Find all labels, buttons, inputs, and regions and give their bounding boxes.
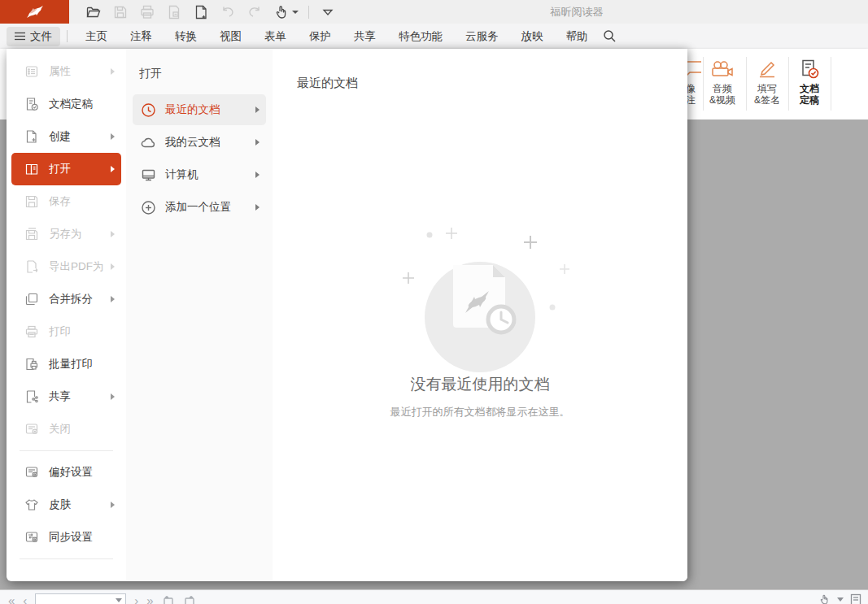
open-item-cloud-docs[interactable]: 我的云文档 <box>133 127 266 158</box>
open-item-add-place[interactable]: 添加一个位置 <box>133 192 266 223</box>
file-menu-item-save: 保存 <box>11 185 121 218</box>
cloud-icon <box>141 135 156 150</box>
menu-item-label: 批量打印 <box>49 357 115 372</box>
first-page-button[interactable]: « <box>8 594 15 604</box>
open-book-icon <box>24 162 39 176</box>
foxit-logo-icon <box>24 4 46 20</box>
hand-tool-icon[interactable] <box>818 593 831 604</box>
doc-share-icon <box>24 389 39 404</box>
hand-tool-icon[interactable] <box>268 2 303 23</box>
status-bar: « ‹ › » <box>0 589 868 604</box>
tab-comment[interactable]: 注释 <box>119 24 164 49</box>
chevron-right-icon <box>255 172 260 178</box>
file-menu-item-open[interactable]: 打开 <box>11 153 121 185</box>
tab-protect[interactable]: 保护 <box>298 24 342 49</box>
open-panel-header: 打开 <box>126 52 273 93</box>
ribbon-label: &视频 <box>709 94 735 106</box>
file-menu-item-preferences[interactable]: 偏好设置 <box>11 456 121 489</box>
ribbon-item-audio-video[interactable]: 音频 &视频 <box>701 55 744 106</box>
file-menu-item-skin[interactable]: 皮肤 <box>11 489 121 521</box>
ribbon-label: 文档 <box>800 83 819 94</box>
tab-share[interactable]: 共享 <box>342 24 387 49</box>
new-document-icon[interactable] <box>187 2 214 23</box>
printer-icon <box>24 324 39 339</box>
next-page-button[interactable]: › <box>134 594 138 604</box>
ribbon-item-fill-sign[interactable]: 填写 &签名 <box>746 55 788 106</box>
customize-toolbar-chevron-icon[interactable] <box>314 2 341 23</box>
ribbon-label: &签名 <box>754 94 780 106</box>
open-item-label: 最近的文档 <box>165 102 255 117</box>
chevron-right-icon <box>111 231 115 237</box>
tab-features[interactable]: 特色功能 <box>387 24 454 49</box>
doc-finalize-icon <box>799 55 820 83</box>
chevron-right-icon <box>111 393 115 400</box>
ribbon-label: 音频 <box>713 83 732 94</box>
menu-item-label: 共享 <box>49 389 111 404</box>
doc-export-icon <box>24 259 39 274</box>
file-menu-item-share[interactable]: 共享 <box>11 380 121 413</box>
chevron-right-icon <box>111 296 115 302</box>
empty-state-subtitle: 最近打开的所有文档都将显示在这里。 <box>273 405 687 419</box>
save-icon <box>107 2 133 23</box>
page-number-combobox[interactable] <box>35 593 126 604</box>
hamburger-icon <box>15 32 25 41</box>
tab-view[interactable]: 视图 <box>208 24 253 49</box>
search-icon[interactable] <box>603 29 617 43</box>
dropdown-caret-icon <box>292 11 299 14</box>
file-menu-item-create[interactable]: 创建 <box>11 120 121 153</box>
file-menu-button[interactable]: 文件 <box>7 27 60 46</box>
open-item-recent-docs[interactable]: 最近的文档 <box>133 94 266 125</box>
redo-icon <box>241 2 268 23</box>
copy-page-icon <box>160 2 187 23</box>
open-item-label: 计算机 <box>165 167 255 182</box>
last-page-button[interactable]: » <box>146 594 153 604</box>
file-menu-item-merge-split[interactable]: 合并拆分 <box>11 283 121 315</box>
ribbon-item-doc-finalize[interactable]: 文档 定稿 <box>788 55 831 106</box>
chevron-right-icon <box>255 139 260 146</box>
open-folder-icon[interactable] <box>80 2 107 23</box>
recent-panel-title: 最近的文档 <box>297 76 358 91</box>
menu-item-label: 关闭 <box>49 422 115 437</box>
menu-item-label: 偏好设置 <box>49 465 115 480</box>
doc-sync-icon <box>24 530 39 545</box>
prev-page-button[interactable]: ‹ <box>23 594 27 604</box>
tshirt-icon <box>24 498 39 512</box>
tab-convert[interactable]: 转换 <box>164 24 208 49</box>
chevron-right-icon <box>111 502 115 508</box>
file-menu-item-properties: 属性 <box>11 55 121 88</box>
window-title: 福昕阅读器 <box>495 0 658 24</box>
menu-item-label: 导出PDF为 <box>49 259 111 274</box>
file-menu-overlay: 属性 文档定稿 创建 打开 保存 另存为 导出PDF为 <box>7 49 687 581</box>
add-place-icon <box>141 200 156 215</box>
tab-form[interactable]: 表单 <box>253 24 298 49</box>
dropdown-caret-icon <box>116 598 122 602</box>
file-menu-item-save-as: 另存为 <box>11 218 121 250</box>
menu-item-label: 合并拆分 <box>49 292 111 306</box>
menu-item-label: 打印 <box>49 324 115 339</box>
empty-state-title: 没有最近使用的文档 <box>273 374 687 395</box>
undo-icon <box>214 2 241 23</box>
rotate-right-icon[interactable] <box>183 594 196 604</box>
chevron-right-icon <box>111 68 115 75</box>
file-menu-label: 文件 <box>30 29 52 44</box>
tab-home[interactable]: 主页 <box>74 24 119 49</box>
open-item-computer[interactable]: 计算机 <box>133 159 266 190</box>
tab-presentation[interactable]: 放映 <box>510 24 555 49</box>
file-menu-column: 属性 文档定稿 创建 打开 保存 另存为 导出PDF为 <box>7 49 126 581</box>
chevron-right-icon <box>111 263 115 270</box>
file-menu-item-doc-finalize[interactable]: 文档定稿 <box>11 88 121 120</box>
tab-cloud[interactable]: 云服务 <box>454 24 510 49</box>
menu-separator <box>67 30 68 42</box>
clock-icon <box>141 102 156 118</box>
app-logo[interactable] <box>0 0 69 24</box>
page-icon[interactable] <box>850 593 861 604</box>
file-menu-item-sync-settings[interactable]: 同步设置 <box>11 521 121 554</box>
rotate-left-icon[interactable] <box>162 594 175 604</box>
fill-sign-icon <box>757 55 778 83</box>
file-menu-item-batch-print[interactable]: 批量打印 <box>11 348 121 380</box>
tab-help[interactable]: 帮助 <box>555 24 600 49</box>
doc-settings-icon <box>24 465 39 480</box>
dropdown-caret-icon[interactable] <box>837 597 844 602</box>
title-bar: 福昕阅读器 <box>0 0 868 24</box>
toolbar-separator <box>308 6 309 19</box>
